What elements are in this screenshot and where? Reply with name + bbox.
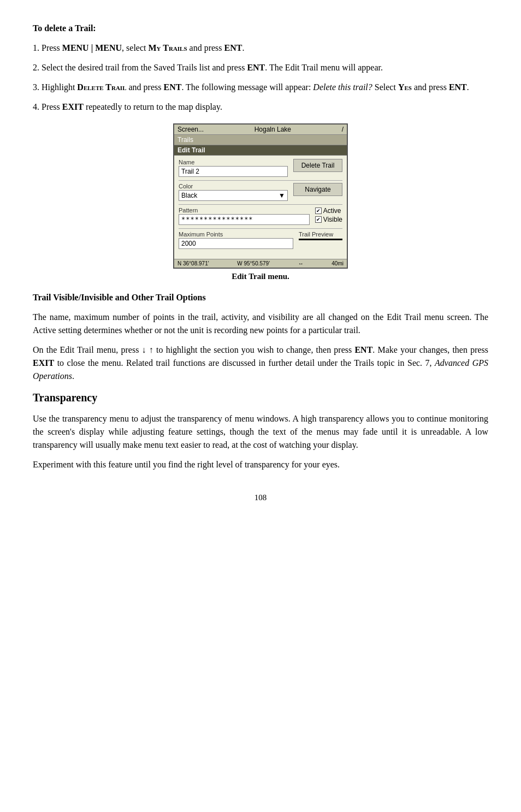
delete-trail-heading: To delete a Trail: xyxy=(33,22,488,35)
tab-label: Trails xyxy=(177,136,193,144)
step3-paragraph: 3. Highlight Delete Trail and press ENT.… xyxy=(33,81,488,94)
step1-separator: | xyxy=(89,43,96,52)
dropdown-arrow-icon: ▼ xyxy=(279,192,285,199)
step2-ent: ENT xyxy=(247,63,265,72)
maxpoints-value[interactable]: 2000 xyxy=(179,238,293,249)
para2-mid2: . Make your changes, then press xyxy=(372,345,488,354)
title-bar-slash: / xyxy=(342,126,344,133)
step3-pre: 3. Highlight xyxy=(33,82,77,92)
active-checkbox-row: ✔ Active xyxy=(315,207,342,215)
gps-title-bar: Screen... Hogaln Lake / xyxy=(174,125,347,135)
step3-msg-pre: . The following message will appear: xyxy=(181,82,313,92)
step3-italic: Delete this trail? xyxy=(313,82,372,92)
status-lat: N 36°08.971' xyxy=(177,260,209,266)
step1-menu2: MENU xyxy=(95,43,122,52)
gps-checkbox-area: ✔ Active ✔ Visible xyxy=(315,207,342,223)
para2-arrows: ↓ ↑ xyxy=(142,345,153,354)
step4-exit: EXIT xyxy=(62,102,84,111)
para2-end: . xyxy=(72,371,74,381)
visible-checkbox[interactable]: ✔ xyxy=(315,216,322,223)
step2-paragraph: 2. Select the desired trail from the Sav… xyxy=(33,61,488,74)
step4-pre: 4. Press xyxy=(33,102,62,111)
gps-body: Name Trail 2 Delete Trail Color Black ▼ xyxy=(174,156,347,259)
divider1 xyxy=(179,180,342,181)
title-bar-right: Hogaln Lake xyxy=(254,126,291,133)
step1-rest: , select xyxy=(122,43,148,52)
step1-menu1: MENU xyxy=(62,43,89,52)
step3-end-ent: ENT xyxy=(449,82,467,92)
active-label: Active xyxy=(323,207,341,215)
gps-name-field: Name Trail 2 xyxy=(179,159,288,177)
para2-ent: ENT xyxy=(354,345,372,354)
step3-mid: and press xyxy=(126,82,163,92)
gps-maxpoints-field: Maximum Points 2000 xyxy=(179,231,293,249)
step1-end: . xyxy=(242,43,244,52)
para2-exit: EXIT xyxy=(33,358,54,368)
gps-section-header: Edit Trail xyxy=(174,145,347,156)
heading-text: To delete a Trail: xyxy=(33,23,96,33)
step1-rest2: and press xyxy=(187,43,224,52)
trail-preview-label: Trail Preview xyxy=(299,231,342,238)
active-checkbox[interactable]: ✔ xyxy=(315,208,322,214)
para2-rest: to close the menu. Related trail functio… xyxy=(54,358,435,368)
status-lon: W 95°50.579' xyxy=(237,260,270,266)
pattern-label: Pattern xyxy=(179,207,310,214)
step1-ent: ENT xyxy=(224,43,242,52)
color-label: Color xyxy=(179,183,288,189)
step3-yes: Yes xyxy=(398,82,412,92)
step3-end: . xyxy=(467,82,469,92)
transparency-para2: Experiment with this feature until you f… xyxy=(33,458,488,471)
pattern-value[interactable]: **************** xyxy=(179,214,310,225)
section-label: Edit Trail xyxy=(177,146,205,154)
gps-status-bar: N 36°08.971' W 95°50.579' ↔ 40mi xyxy=(174,259,347,268)
color-text: Black xyxy=(181,192,197,199)
trail-options-para2: On the Edit Trail menu, press ↓ ↑ to hig… xyxy=(33,343,488,383)
trail-preview-line xyxy=(299,239,342,240)
trail-options-heading: Trail Visible/Invisible and Other Trail … xyxy=(33,291,488,304)
step1-mytrails: My Trails xyxy=(149,43,187,52)
gps-name-row: Name Trail 2 Delete Trail xyxy=(179,159,342,177)
step4-paragraph: 4. Press EXIT repeatedly to return to th… xyxy=(33,100,488,114)
gps-tab-bar: Trails xyxy=(174,135,347,145)
page-content: To delete a Trail: 1. Press MENU | MENU,… xyxy=(33,22,488,502)
para2-mid: to highlight the section you wish to cha… xyxy=(153,345,355,354)
status-distance: 40mi xyxy=(331,260,344,266)
step3-ent: ENT xyxy=(163,82,181,92)
step3-end-pre: and press xyxy=(412,82,449,92)
gps-pattern-row: Pattern **************** ✔ Active ✔ Visi… xyxy=(179,207,342,225)
para2-pre: On the Edit Trail menu, press xyxy=(33,345,142,354)
screenshot-caption: Edit Trail menu. xyxy=(232,272,289,281)
gps-color-field: Color Black ▼ xyxy=(179,183,288,201)
screenshot-container: Screen... Hogaln Lake / Trails Edit Trai… xyxy=(33,123,488,288)
divider2 xyxy=(179,204,342,205)
title-bar-left: Screen... xyxy=(177,126,204,133)
divider3 xyxy=(179,228,342,229)
transparency-heading: Transparency xyxy=(33,389,488,406)
step4-rest: repeatedly to return to the map display. xyxy=(84,102,222,111)
page-number: 108 xyxy=(33,493,488,502)
maxpoints-label: Maximum Points xyxy=(179,231,293,238)
gps-screen: Screen... Hogaln Lake / Trails Edit Trai… xyxy=(173,123,348,269)
trail-preview-area: Trail Preview xyxy=(299,231,342,240)
transparency-heading-text: Transparency xyxy=(33,392,97,404)
name-label: Name xyxy=(179,159,288,165)
gps-pattern-field: Pattern **************** xyxy=(179,207,310,225)
step1-text: 1. Press xyxy=(33,43,62,52)
color-value[interactable]: Black ▼ xyxy=(179,190,288,201)
gps-maxpoints-row: Maximum Points 2000 Trail Preview xyxy=(179,231,342,249)
navigate-button[interactable]: Navigate xyxy=(293,183,342,196)
step1-paragraph: 1. Press MENU | MENU, select My Trails a… xyxy=(33,42,488,55)
visible-label: Visible xyxy=(323,216,342,223)
step3-delete: Delete Trail xyxy=(77,82,126,92)
gps-color-row: Color Black ▼ Navigate xyxy=(179,183,342,201)
delete-trail-button[interactable]: Delete Trail xyxy=(293,159,342,172)
trail-options-heading-text: Trail Visible/Invisible and Other Trail … xyxy=(33,293,206,302)
name-value[interactable]: Trail 2 xyxy=(179,166,288,177)
spacer xyxy=(179,252,342,256)
transparency-para1: Use the transparency menu to adjust the … xyxy=(33,412,488,452)
trail-options-para1: The name, maximum number of points in th… xyxy=(33,311,488,337)
status-arrow: ↔ xyxy=(298,260,304,266)
visible-checkbox-row: ✔ Visible xyxy=(315,216,342,223)
step3-select: Select xyxy=(372,82,398,92)
